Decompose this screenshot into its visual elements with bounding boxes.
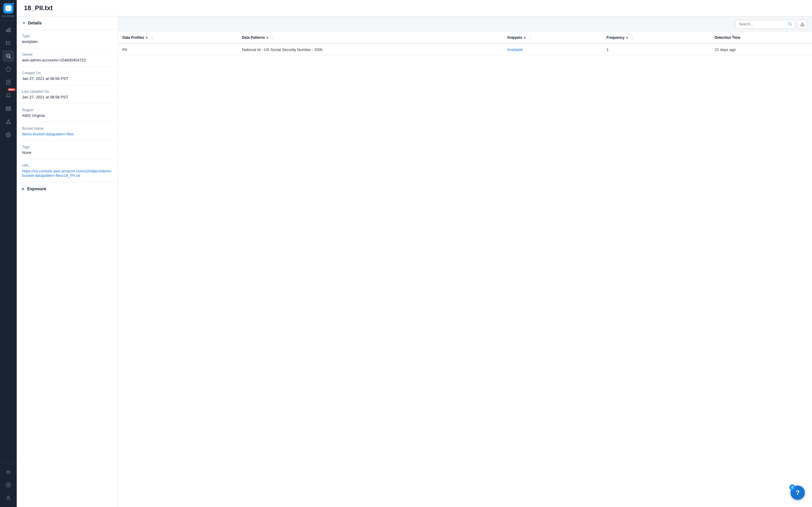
cell-data-profile: PII [118,44,238,56]
resize-frequency[interactable]: ⋮ [631,36,635,40]
list-icon [6,40,11,46]
cell-detection-time: 21 days ago [711,44,812,56]
svg-point-18 [8,120,9,120]
content-area: ▼ Details Type text/plain Owner aws-admi… [17,16,812,507]
details-fields: Type text/plain Owner aws-admin-accounts… [17,30,118,182]
snippets-link[interactable]: Available [507,47,523,52]
sidebar-bottom [0,462,17,507]
gear-icon [6,132,11,137]
col-frequency[interactable]: Frequency ⇅ ⋮ [602,32,711,44]
sort-snippets-icon[interactable]: ⇅ [523,36,526,39]
col-detection-time[interactable]: Detection Time [711,32,812,44]
help-button[interactable]: 6 ? [791,486,805,500]
field-type-label: Type [22,34,112,38]
resize-snippets[interactable]: ⋮ [528,36,532,40]
field-region: Region AWS Virginia [22,104,112,122]
field-owner-label: Owner [22,53,112,57]
details-label: Details [28,20,42,25]
sort-data-profiles-icon[interactable]: ⇅ [145,36,148,39]
svg-line-31 [791,24,792,25]
data-table: Data Profiles ⇅ ⋮ Data Patterns ⇅ ⋮ Snip… [118,32,812,56]
sidebar-item-integrations[interactable] [2,466,14,478]
svg-point-6 [6,41,7,42]
collapse-icon: ▼ [22,21,26,25]
sidebar-item-search[interactable] [2,50,14,62]
search-submit-icon[interactable] [788,22,792,27]
svg-rect-16 [6,108,11,109]
logo-inner [5,5,11,11]
search-icon [6,53,11,59]
alerts-badge: 9999+ [8,88,15,91]
field-bucket-value[interactable]: demo-bucket-datapattern-files [22,132,112,136]
field-created-value: Jan 27, 2021 at 08:58 PST [22,76,112,81]
search-wrapper[interactable] [735,20,795,29]
download-button[interactable] [798,19,807,29]
col-snippets[interactable]: Snippets ⇅ ⋮ [503,32,602,44]
resize-data-patterns[interactable]: ⋮ [271,36,275,40]
search-input[interactable] [739,22,786,26]
field-owner-value: aws-admin-accounts+154600454722 [22,58,112,62]
page-title: 18_PII.txt [24,4,53,12]
logo-icon [3,3,13,13]
cell-snippets[interactable]: Available [503,44,602,56]
col-snippets-label: Snippets [507,36,522,40]
sidebar-item-alerts[interactable]: 9999+ [2,90,14,101]
help-badge: 6 [789,484,795,490]
field-type-value: text/plain [22,39,112,44]
svg-point-28 [8,484,9,486]
svg-line-10 [9,57,10,58]
bell-icon [6,93,11,98]
svg-point-27 [6,483,11,487]
field-tags-label: Tags [22,145,112,149]
col-data-profiles[interactable]: Data Profiles ⇅ ⋮ [118,32,238,44]
field-url: URL https://s3.console.aws.amazon.com/s3… [22,159,112,182]
shield-icon [6,66,11,72]
sort-data-patterns-icon[interactable]: ⇅ [266,36,268,39]
sidebar-item-topology[interactable] [2,116,14,128]
svg-point-9 [7,54,10,58]
svg-point-8 [6,44,7,45]
sidebar-item-user[interactable] [2,492,14,504]
table-header-row: Data Profiles ⇅ ⋮ Data Patterns ⇅ ⋮ Snip… [118,32,812,44]
field-owner: Owner aws-admin-accounts+154600454722 [22,48,112,67]
sidebar-item-monitoring[interactable] [2,479,14,491]
cell-frequency: 1 [602,44,711,56]
page-header: 18_PII.txt [17,0,812,16]
table-row: PII National Id - US Social Security Num… [118,44,812,56]
svg-rect-15 [6,107,11,108]
topology-icon [6,119,11,124]
field-bucket-name: Bucket Name demo-bucket-datapattern-file… [22,122,112,141]
col-data-patterns[interactable]: Data Patterns ⇅ ⋮ [238,32,503,44]
field-tags-value: None [22,150,112,155]
field-updated-label: Last Updated On [22,90,112,94]
details-panel: ▼ Details Type text/plain Owner aws-admi… [17,16,118,507]
cloud-label: CLOUD [2,15,15,17]
svg-point-7 [6,43,7,43]
logo-dot [12,2,15,5]
eye-circle-icon [6,482,11,488]
sort-frequency-icon[interactable]: ⇅ [626,36,628,39]
svg-rect-1 [8,29,9,32]
help-icon: ? [796,489,800,497]
sidebar-item-dashboard[interactable] [2,24,14,36]
svg-line-22 [8,120,10,123]
svg-point-29 [7,496,9,498]
sidebar-item-security[interactable] [2,63,14,75]
sidebar-item-settings[interactable] [2,129,14,141]
field-url-value[interactable]: https://s3.console.aws.amazon.com/s3/obj… [22,169,112,178]
sidebar-item-inventory[interactable] [2,37,14,49]
sidebar-logo: CLOUD [0,0,17,21]
resize-data-profiles[interactable]: ⋮ [150,36,154,40]
field-created-label: Created On [22,71,112,75]
field-region-value: AWS Virginia [22,113,112,118]
field-last-updated: Last Updated On Jan 27, 2021 at 08:58 PS… [22,85,112,104]
sidebar-item-storage[interactable] [2,103,14,115]
sidebar-nav: 9999+ [0,21,17,462]
sidebar-item-reports[interactable] [2,76,14,88]
col-data-profiles-label: Data Profiles [122,36,144,40]
field-region-label: Region [22,108,112,112]
exposure-section[interactable]: ▶ Exposure [17,182,118,195]
field-bucket-label: Bucket Name [22,126,112,131]
field-url-label: URL [22,163,112,168]
details-header[interactable]: ▼ Details [17,16,118,30]
